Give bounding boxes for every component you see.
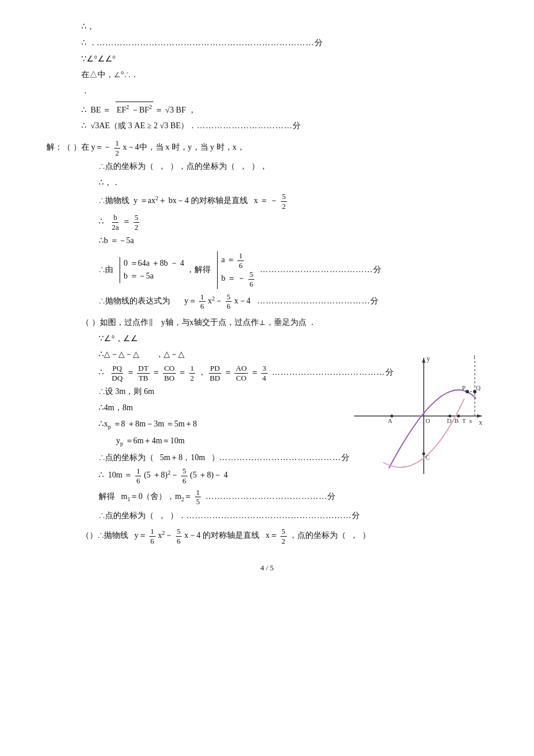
line-part2: （ ）如图，过点作‖ y轴，与x轴交于点，过点作⊥，垂足为点 ． bbox=[81, 316, 488, 330]
line-be: ∴ BE ＝ EF2 －BF2 ＝ √3 BF ， bbox=[81, 102, 488, 117]
frac-5-2b: 5 2 bbox=[134, 213, 140, 231]
line-sqrt3ae: ∴ √3AE（或 3 AE ≥ 2 √3 BE）．……………………………分 bbox=[81, 119, 488, 133]
line-m-equation: ∴ 10m ＝ 1 6 (5 ＋8)2－ 5 6 (5 ＋8)－ 4 bbox=[99, 466, 488, 485]
line-4: 在△中，∠°∴． bbox=[81, 68, 488, 82]
line-p-coords: ∴点的坐标为（ 5m＋8，10m ）……………………………………分 bbox=[99, 451, 488, 465]
frac-5-6c: 5 6 bbox=[181, 466, 187, 485]
line-1: ∴， bbox=[81, 20, 488, 34]
line-coords1: ∴点的坐标为（ ， ），点的坐标为（ ， ）， bbox=[99, 160, 488, 173]
sqrt-expr: EF2 －BF2 bbox=[116, 102, 153, 117]
frac-1-6a: 1 6 bbox=[237, 251, 244, 270]
line-3: ∵∠°∠∠° bbox=[81, 52, 488, 66]
frac-3-4: 3 4 bbox=[261, 364, 268, 382]
line-2: ∴ ．…………………………………………………………………分 bbox=[81, 36, 488, 50]
frac-b-2a: b 2a bbox=[111, 213, 120, 231]
line-parabola-axis: ∴抛物线 y ＝ax2＋ bx－4 的对称轴是直线 x ＝ － 5 2 bbox=[99, 192, 488, 211]
frac-1-2: 1 2 bbox=[189, 364, 196, 382]
frac-1-6c: 1 6 bbox=[135, 466, 142, 485]
frac-1-6b: 1 6 bbox=[199, 292, 205, 311]
ratio-graph-section: ∴ PQ DQ ＝ DT TB ＝ CO BO ＝ 1 2 ， PD bbox=[46, 364, 488, 448]
page-number: 4 / 5 bbox=[46, 563, 488, 573]
svg-text:y: y bbox=[427, 355, 430, 363]
frac-1-6d: 1 6 bbox=[149, 527, 156, 545]
line-solution-start: 解：（ ）在 y＝－ 1 2 x－4中，当 x 时，y，当 y 时，x， bbox=[46, 139, 488, 157]
line-xp: ∴xp ＝8 ＋8m－3m ＝5m＋8 bbox=[99, 417, 488, 432]
line-system: ∴由 0 ＝64a ＋8b － 4 b ＝－5a ，解得 a ＝ 1 6 b ＝… bbox=[99, 250, 488, 290]
line-5: ． bbox=[81, 84, 488, 98]
system-left: 0 ＝64a ＋8b － 4 b ＝－5a bbox=[120, 257, 184, 283]
line-yp: yp ＝6m＋4m＝10m bbox=[116, 434, 488, 448]
line-4m-8m: ∴4m，8m bbox=[99, 401, 488, 415]
frac-co-bo: CO BO bbox=[163, 364, 176, 382]
system-right: a ＝ 1 6 b ＝ － 5 6 bbox=[217, 251, 255, 288]
frac-pq-dq: PQ DQ bbox=[111, 364, 124, 382]
frac-pd-bd: PD BD bbox=[208, 364, 221, 382]
svg-marker-3 bbox=[422, 358, 425, 363]
line-angle-cond: ∵∠°，∠∠ bbox=[99, 332, 488, 346]
frac-5-2c: 5 2 bbox=[280, 527, 287, 545]
frac-ao-co: AO CO bbox=[234, 364, 248, 382]
line-final-coords: ∴点的坐标为（ ， ）．…………………………………………………分 bbox=[99, 509, 488, 523]
line-part3: （）∴抛物线 y＝ 1 6 x2－ 5 6 x－4 的对称轴是直线 x＝ 5 2… bbox=[81, 527, 488, 545]
frac-1-5: 1 5 bbox=[195, 488, 201, 507]
line-set-3m: ∴设 3m，则 6m bbox=[99, 385, 488, 399]
svg-text:l: l bbox=[474, 353, 475, 360]
frac-5-2a: 5 2 bbox=[281, 192, 287, 211]
line-parabola-expr: ∴抛物线的表达式为 y＝ 1 6 x2－ 5 6 x－4 ……………………………… bbox=[99, 292, 488, 311]
line-therefore1: ∴，． bbox=[99, 176, 488, 190]
frac-half: 1 2 bbox=[114, 139, 121, 157]
frac-5-6b: 5 6 bbox=[226, 292, 232, 311]
frac-dt-tb: DT TB bbox=[137, 364, 149, 382]
frac-5-6d: 5 6 bbox=[176, 527, 182, 545]
line-b-5a: ∴b ＝－5a bbox=[99, 234, 488, 248]
frac-5-6a: 5 6 bbox=[248, 270, 255, 288]
line-m-solution: 解得 m1＝0（舍），m2＝ 1 5 ……………………………………分 bbox=[99, 488, 488, 507]
page: ∴， ∴ ．…………………………………………………………………分 ∵∠°∠∠° … bbox=[0, 0, 534, 756]
line-b2a: ∴ b 2a ＝ 5 2 bbox=[99, 213, 488, 231]
